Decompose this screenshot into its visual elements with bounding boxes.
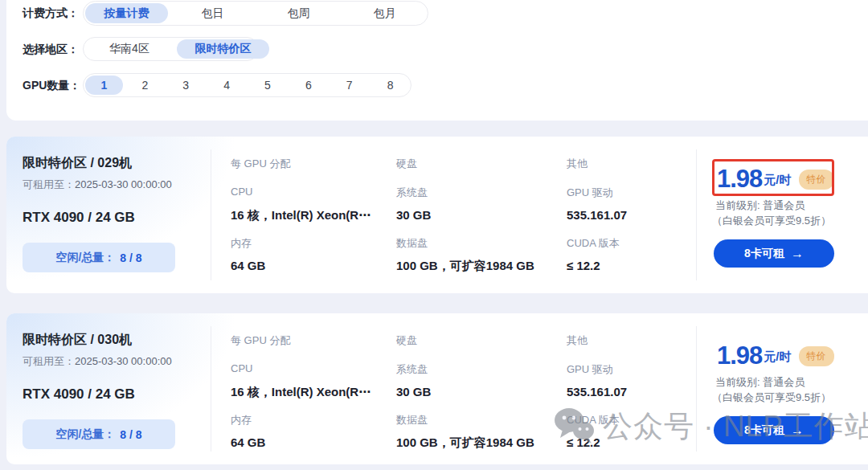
spec-value: 100 GB，可扩容1984 GB	[396, 435, 534, 451]
spec-label: GPU 驱动	[567, 186, 613, 200]
billing-option-monthly[interactable]: 包月	[343, 3, 426, 23]
column-header: 其他	[567, 157, 588, 171]
region-group: 华南4区 限时特价区	[83, 37, 259, 61]
gpu-offer-card-030: 限时特价区 / 030机 可租用至：2025-03-30 00:00:00 RT…	[6, 313, 868, 464]
arrow-right-icon: →	[791, 247, 804, 261]
special-price-badge: 特价	[799, 170, 834, 190]
spec-value: 64 GB	[231, 259, 265, 272]
filter-panel: 计费方式： 按量计费 包日 包周 包月 选择地区： 华南4区 限时特价区 GPU…	[6, 0, 868, 121]
spec-value: ≤ 12.2	[567, 259, 600, 272]
column-header: 每 GPU 分配	[231, 333, 290, 348]
spec-label: GPU 驱动	[567, 362, 613, 377]
member-discount-line: （白银会员可享受9.5折）	[712, 214, 831, 228]
price-amount: 1.98	[717, 163, 762, 195]
card-divider	[211, 149, 211, 280]
gpu-model: RTX 4090 / 24 GB	[23, 386, 135, 403]
gpu-count-option-3[interactable]: 3	[167, 76, 205, 95]
spec-label: 内存	[231, 236, 252, 251]
rent-button[interactable]: 8卡可租 →	[714, 416, 834, 444]
column-header: 硬盘	[396, 157, 417, 171]
machine-title: 限时特价区 / 030机	[23, 332, 132, 349]
gpu-model: RTX 4090 / 24 GB	[23, 210, 135, 226]
gpu-count-option-4[interactable]: 4	[208, 76, 246, 95]
region-option-limited-special[interactable]: 限时特价区	[177, 39, 269, 59]
spec-label: CPU	[231, 186, 252, 198]
rent-until: 可租用至：2025-03-30 00:00:00	[23, 354, 172, 369]
member-discount-line: （白银会员可享受9.5折）	[712, 390, 831, 405]
rent-button[interactable]: 8卡可租 →	[714, 239, 834, 268]
availability-pill: 空闲/总量：8 / 8	[23, 243, 175, 272]
spec-label: 系统盘	[396, 362, 428, 377]
rent-button-label: 8卡可租	[744, 247, 784, 261]
spec-label: 数据盘	[396, 236, 428, 251]
spec-label: CUDA 版本	[567, 413, 620, 427]
gpu-count-label: GPU数量：	[23, 73, 80, 97]
price-row: 1.98 元/时 特价	[717, 340, 834, 372]
region-option-south-china-4[interactable]: 华南4区	[85, 39, 174, 59]
column-header: 硬盘	[396, 333, 417, 348]
spec-value: ≤ 12.2	[567, 435, 600, 449]
availability-pill: 空闲/总量：8 / 8	[23, 419, 175, 449]
billing-option-daily[interactable]: 包日	[171, 3, 254, 23]
spec-value: 535.161.07	[567, 208, 627, 222]
billing-method-label: 计费方式：	[23, 1, 79, 26]
special-price-badge: 特价	[799, 346, 834, 366]
billing-option-weekly[interactable]: 包周	[257, 3, 340, 23]
spec-value: 30 GB	[396, 208, 431, 222]
price-unit: 元/时	[764, 349, 791, 365]
spec-label: 数据盘	[396, 413, 428, 427]
rent-button-label: 8卡可租	[744, 423, 784, 438]
card-divider	[696, 149, 697, 280]
gpu-count-option-5[interactable]: 5	[249, 76, 287, 95]
gpu-count-group: 1 2 3 4 5 6 7 8	[83, 73, 411, 97]
spec-label: 系统盘	[396, 186, 428, 200]
rent-until: 可租用至：2025-03-30 00:00:00	[23, 178, 172, 192]
gpu-count-option-6[interactable]: 6	[289, 76, 327, 95]
spec-label: CUDA 版本	[567, 236, 620, 251]
gpu-offer-card-029: 限时特价区 / 029机 可租用至：2025-03-30 00:00:00 RT…	[6, 137, 868, 293]
spec-value: 535.161.07	[567, 385, 627, 398]
gpu-count-option-7[interactable]: 7	[330, 76, 368, 95]
spec-value: 30 GB	[396, 385, 431, 398]
column-header: 其他	[567, 333, 588, 348]
spec-value: 16 核，Intel(R) Xeon(R⋯	[231, 208, 371, 223]
arrow-right-icon: →	[791, 423, 804, 438]
member-level-line: 当前级别: 普通会员	[715, 375, 805, 390]
machine-title: 限时特价区 / 029机	[23, 155, 132, 172]
spec-label: CPU	[231, 362, 252, 374]
price-row: 1.98 元/时 特价	[717, 163, 834, 195]
spec-label: 内存	[231, 413, 252, 427]
spec-value: 100 GB，可扩容1984 GB	[396, 259, 534, 274]
member-level-line: 当前级别: 普通会员	[715, 198, 805, 213]
billing-method-group: 按量计费 包日 包周 包月	[83, 1, 428, 26]
price-amount: 1.98	[717, 340, 762, 372]
spec-value: 64 GB	[231, 435, 265, 449]
card-divider	[211, 326, 211, 452]
card-divider	[696, 326, 697, 452]
price-unit: 元/时	[764, 173, 791, 188]
gpu-count-option-8[interactable]: 8	[371, 76, 409, 95]
gpu-count-option-2[interactable]: 2	[126, 76, 164, 95]
spec-value: 16 核，Intel(R) Xeon(R⋯	[231, 385, 371, 400]
gpu-count-option-1[interactable]: 1	[85, 76, 123, 95]
region-label: 选择地区：	[23, 37, 79, 61]
billing-option-pay-as-you-go[interactable]: 按量计费	[85, 3, 168, 23]
column-header: 每 GPU 分配	[231, 157, 290, 171]
